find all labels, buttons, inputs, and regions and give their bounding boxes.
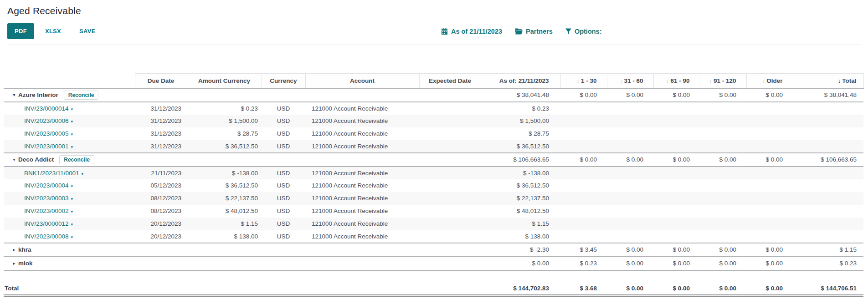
move-b4-amount [700, 192, 746, 205]
move-link[interactable]: INV/2023/00003▾ [24, 195, 73, 202]
move-name-cell: INV/23/0000014▾ [4, 102, 135, 115]
move-link[interactable]: INV/23/0000012▾ [24, 220, 73, 227]
filter-partners[interactable]: Partners [515, 28, 553, 35]
partner-total-amount: $ 38,041.48 [793, 88, 863, 102]
column-header-older[interactable]: ↕Older [746, 74, 793, 88]
caret-down-icon[interactable]: ▾ [71, 222, 73, 227]
sort-icon: ↕ [709, 77, 712, 84]
caret-down-icon[interactable]: ▾ [71, 145, 73, 149]
caret-down-icon[interactable]: ▾ [82, 172, 84, 176]
move-b4-amount [700, 140, 746, 153]
caret-down-icon[interactable]: ▾ [71, 197, 73, 201]
move-account: 121000 Account Receivable [305, 115, 419, 127]
partner-b2-amount: $ 0.00 [607, 243, 653, 257]
move-link[interactable]: INV/23/0000014▾ [24, 105, 73, 112]
reconcile-button[interactable]: Reconcile [59, 155, 94, 164]
move-account: 121000 Account Receivable [305, 192, 419, 205]
caret-down-icon[interactable]: ▾ [71, 209, 73, 214]
caret-down-icon[interactable]: ▾ [71, 119, 73, 124]
empty-cell [262, 88, 305, 102]
caret-down-icon[interactable]: ▾ [7, 157, 18, 162]
xlsx-button[interactable]: XLSX [38, 23, 68, 39]
move-expected-date [419, 127, 481, 140]
partner-group-row[interactable]: ▾Deco AddictReconcile$ 106,663.65$ 0.00$… [4, 153, 863, 167]
filter-partners-label: Partners [526, 28, 553, 35]
move-as_of-amount: $ 36,512.50 [481, 179, 560, 192]
calendar-icon [441, 28, 448, 35]
partner-b4-amount: $ 0.00 [700, 257, 746, 270]
pdf-button[interactable]: PDF [7, 23, 34, 39]
move-line-row: INV/2023/00004▾05/12/2023$ 36,512.50USD1… [4, 179, 863, 192]
move-b4-amount [700, 115, 746, 127]
partner-b3-amount: $ 0.00 [653, 243, 700, 257]
partner-name: Azure Interior [18, 91, 58, 98]
panel-separator [7, 45, 861, 45]
caret-down-icon[interactable]: ▾ [71, 132, 73, 137]
toolbar: PDFXLSXSAVE As of 21/11/2023PartnersOpti… [7, 23, 861, 40]
move-older-amount [746, 140, 793, 153]
move-b4-amount [700, 218, 746, 230]
caret-down-icon[interactable]: ▾ [7, 92, 18, 97]
move-amount-currency: $ -138.00 [187, 167, 262, 179]
move-currency: USD [262, 192, 305, 205]
move-amount-currency: $ 1.15 [187, 218, 262, 230]
partner-total-amount: $ 106,663.65 [793, 153, 863, 167]
partner-group-row[interactable]: ▸khra$ -2.30$ 3.45$ 0.00$ 0.00$ 0.00$ 0.… [4, 243, 863, 257]
save-button[interactable]: SAVE [72, 23, 103, 39]
caret-down-icon[interactable]: ▾ [71, 107, 73, 111]
move-due-date: 08/12/2023 [135, 192, 187, 205]
move-b1-amount [560, 179, 607, 192]
partner-toggle[interactable]: ▸khra [7, 243, 131, 256]
move-b4-amount [700, 205, 746, 218]
partner-name-cell: ▸khra [4, 243, 135, 257]
move-total-amount [793, 102, 863, 115]
column-header-b1[interactable]: ↕1 - 30 [560, 74, 607, 88]
column-header-total[interactable]: ↓Total [793, 74, 863, 88]
partner-as_of-amount: $ 0.00 [481, 257, 560, 270]
column-header-b4[interactable]: ↕91 - 120 [700, 74, 746, 88]
move-link[interactable]: INV/2023/00006▾ [24, 117, 73, 124]
column-header-b3[interactable]: ↕61 - 90 [653, 74, 700, 88]
move-name-cell: INV/23/0000012▾ [4, 218, 135, 230]
move-name-cell: INV/2023/00002▾ [4, 205, 135, 218]
partner-group-row[interactable]: ▸miok$ 0.00$ 0.23$ 0.00$ 0.00$ 0.00$ 0.0… [4, 257, 863, 270]
move-link[interactable]: INV/2023/00008▾ [24, 233, 73, 240]
caret-down-icon[interactable]: ▾ [71, 184, 73, 188]
column-header-b2[interactable]: ↕31 - 60 [607, 74, 653, 88]
partner-group-row[interactable]: ▾Azure InteriorReconcile$ 38,041.48$ 0.0… [4, 88, 863, 102]
partner-older-amount: $ 0.00 [746, 243, 793, 257]
move-b2-amount [607, 192, 653, 205]
move-total-amount [793, 115, 863, 127]
move-link[interactable]: INV/2023/00002▾ [24, 208, 73, 214]
column-label: Expected Date [429, 77, 471, 84]
move-name-cell: BNK1/2023/11/0001▾ [4, 167, 135, 179]
total-label: Total [4, 282, 135, 296]
move-due-date: 31/12/2023 [135, 127, 187, 140]
move-as_of-amount: $ 22,137.50 [481, 192, 560, 205]
filter-icon [565, 28, 571, 35]
move-account: 121000 Account Receivable [305, 218, 419, 230]
partner-toggle[interactable]: ▾Deco AddictReconcile [7, 153, 131, 166]
caret-down-icon[interactable]: ▾ [71, 235, 73, 239]
move-link[interactable]: INV/2023/00005▾ [24, 130, 73, 137]
move-link[interactable]: INV/2023/00001▾ [24, 143, 73, 150]
filter-options[interactable]: Options: [565, 28, 602, 35]
partner-b1-amount: $ 3.45 [560, 243, 607, 257]
reconcile-button[interactable]: Reconcile [64, 91, 99, 100]
empty-cell [419, 257, 481, 270]
move-currency: USD [262, 205, 305, 218]
caret-right-icon[interactable]: ▸ [7, 247, 18, 252]
column-label: Due Date [148, 77, 175, 84]
move-name-cell: INV/2023/00001▾ [4, 140, 135, 153]
move-link[interactable]: BNK1/2023/11/0001▾ [24, 170, 83, 177]
partner-toggle[interactable]: ▾Azure InteriorReconcile [7, 89, 131, 101]
caret-right-icon[interactable]: ▸ [7, 261, 18, 266]
partner-toggle[interactable]: ▸miok [7, 257, 131, 270]
move-link[interactable]: INV/2023/00004▾ [24, 182, 73, 189]
partner-b2-amount: $ 0.00 [607, 257, 653, 270]
move-total-amount [793, 192, 863, 205]
empty-cell [135, 282, 187, 296]
partner-b2-amount: $ 0.00 [607, 153, 653, 167]
filter-date[interactable]: As of 21/11/2023 [441, 28, 502, 35]
move-name-cell: INV/2023/00004▾ [4, 179, 135, 192]
